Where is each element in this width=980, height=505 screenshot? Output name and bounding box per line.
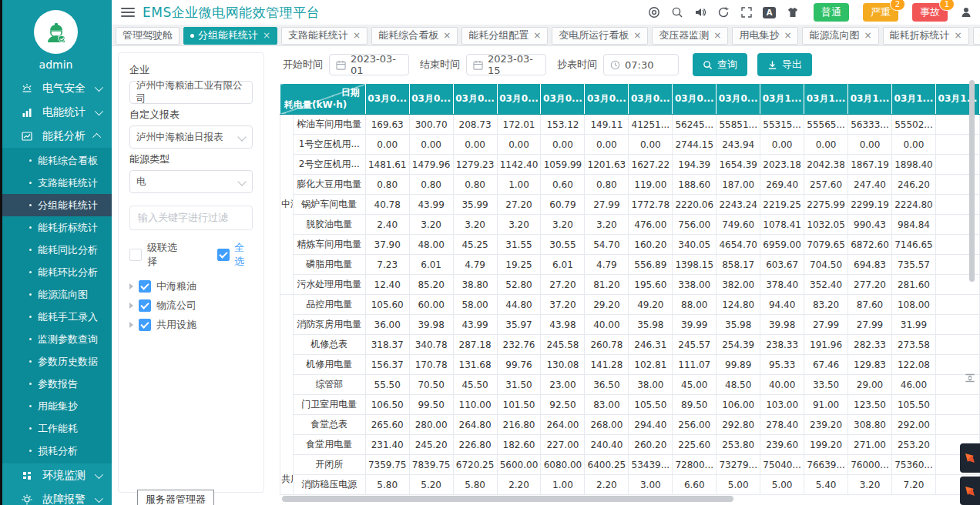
bullet-icon <box>29 249 32 251</box>
close-icon[interactable]: × <box>353 30 361 41</box>
theme-icon[interactable] <box>786 6 799 19</box>
close-icon[interactable]: × <box>633 30 641 41</box>
sidebar-item[interactable]: 环境监测 <box>0 463 112 487</box>
cascade-label: 级联选择 <box>147 241 186 269</box>
close-icon[interactable]: × <box>864 30 871 41</box>
select-all[interactable]: 全选 <box>217 241 253 269</box>
horizontal-scrollbar[interactable] <box>282 496 733 502</box>
sidebar-item[interactable]: 故障报警 <box>0 487 112 505</box>
avatar[interactable] <box>34 10 78 54</box>
tree-node[interactable]: 物流公司 <box>129 296 253 315</box>
value-cell: 2023.18 <box>760 155 804 175</box>
tab[interactable]: 分组能耗统计× <box>183 27 277 45</box>
refresh-icon[interactable] <box>717 6 730 19</box>
meter-time-input[interactable]: 07:30 <box>603 54 679 75</box>
tree-node-checkbox[interactable] <box>139 319 151 331</box>
sidebar-item[interactable]: 能耗分析 <box>0 124 112 148</box>
tab[interactable]: 变电所运行看板× <box>552 27 648 45</box>
caret-right-icon[interactable] <box>129 322 133 328</box>
tab[interactable]: 参数报告× <box>973 27 980 45</box>
value-cell: 38.00 <box>629 375 673 395</box>
value-cell: 3.20 <box>497 215 541 235</box>
tab[interactable]: 变压器监测× <box>652 27 728 45</box>
status-badge[interactable]: 事故1 <box>912 3 948 22</box>
value-cell: 36.50 <box>585 375 629 395</box>
volume-icon[interactable] <box>693 6 706 19</box>
close-icon[interactable]: × <box>713 30 721 41</box>
bullet-icon <box>29 159 32 162</box>
sidebar-subitem[interactable]: 能耗手工录入 <box>0 306 112 328</box>
value-cell: 5.80 <box>365 475 409 495</box>
tab[interactable]: 能耗分组配置× <box>461 27 548 45</box>
sidebar-subitem[interactable]: 能耗环比分析 <box>0 261 112 283</box>
sidebar-subitem[interactable]: 能耗同比分析 <box>0 239 112 261</box>
value-cell: 256.00 <box>673 415 717 435</box>
table-row: 锅炉车间电量40.7843.9935.9927.2060.7927.991772… <box>280 195 980 215</box>
cascade-checkbox[interactable] <box>129 249 142 261</box>
close-icon[interactable]: × <box>533 30 541 41</box>
enterprise-input[interactable]: 泸州中海粮油工业有限公司 <box>129 81 253 104</box>
tab[interactable]: 能耗折标统计× <box>883 27 969 45</box>
tab[interactable]: 用电集抄× <box>732 27 798 45</box>
value-cell: 749.60 <box>717 215 760 235</box>
sidebar-item[interactable]: 电气安全 <box>0 76 112 100</box>
close-icon[interactable]: × <box>263 30 270 41</box>
sidebar-subitem[interactable]: 损耗分析 <box>0 440 112 462</box>
tab[interactable]: 管理驾驶舱 <box>116 27 180 45</box>
caret-right-icon[interactable] <box>129 303 133 309</box>
value-cell: 153.12 <box>541 115 585 135</box>
tree-node-checkbox[interactable] <box>139 280 151 293</box>
sidebar-subitem[interactable]: 支路能耗统计 <box>0 172 112 194</box>
sidebar-subitem[interactable]: 用能集抄 <box>0 395 112 417</box>
start-date-input[interactable]: 2023-03-01 <box>329 54 409 75</box>
sidebar-subitem[interactable]: 能耗折标统计 <box>0 216 112 239</box>
query-button[interactable]: 查询 <box>693 53 747 76</box>
search-icon[interactable] <box>670 6 683 19</box>
value-cell: 27.20 <box>497 195 541 215</box>
close-icon[interactable]: × <box>443 30 451 41</box>
energy-type-select[interactable]: 电 <box>129 170 253 193</box>
server-manager-window[interactable]: 服务器管理器 <box>137 490 214 505</box>
value-cell: 694.83 <box>848 255 892 275</box>
close-icon[interactable]: × <box>955 30 962 41</box>
calendar-icon <box>336 60 346 70</box>
floating-action-button[interactable] <box>960 477 980 505</box>
user-icon[interactable] <box>959 6 972 19</box>
close-icon[interactable]: × <box>784 30 791 41</box>
meter-time-label: 抄表时间 <box>557 58 597 72</box>
select-all-checkbox[interactable] <box>217 249 230 261</box>
menu-toggle-icon[interactable] <box>121 8 135 17</box>
floating-action-button[interactable] <box>960 443 980 473</box>
sidebar-subitem[interactable]: 能源流向图 <box>0 283 112 306</box>
end-date-input[interactable]: 2023-03-15 <box>466 54 546 75</box>
tab[interactable]: 支路能耗统计× <box>281 27 368 45</box>
vertical-scrollbar[interactable] <box>969 80 975 282</box>
record-icon[interactable] <box>647 6 660 19</box>
resize-handle-icon[interactable] <box>963 371 977 385</box>
sidebar-subitem[interactable]: 参数报告 <box>0 373 112 395</box>
tree-node[interactable]: 中海粮油 <box>129 276 253 296</box>
caret-right-icon[interactable] <box>129 283 133 289</box>
sidebar-subitem[interactable]: 分组能耗统计 <box>0 194 112 216</box>
status-badge[interactable]: 普通 <box>814 3 849 22</box>
value-cell: 6.01 <box>409 255 453 275</box>
value-cell: 0.00 <box>453 135 497 155</box>
sidebar-subitem-label: 能耗手工录入 <box>38 310 98 324</box>
sidebar-subitem[interactable]: 工作能耗 <box>0 417 112 440</box>
sidebar-subitem[interactable]: 监测参数查询 <box>0 328 112 350</box>
sidebar-subitem[interactable]: 能耗综合看板 <box>0 149 112 172</box>
date-column-header: 03月1... <box>760 84 804 115</box>
sidebar-item[interactable]: 电能统计 <box>0 100 112 124</box>
export-button[interactable]: 导出 <box>757 53 812 76</box>
keyword-filter-input[interactable]: 输入关键字进行过滤 <box>129 206 253 230</box>
font-size-icon[interactable]: A <box>763 7 776 18</box>
row-label: 1号空压机用... <box>293 135 365 155</box>
tree-node-checkbox[interactable] <box>139 299 151 312</box>
fullscreen-icon[interactable] <box>740 6 753 19</box>
tree-node[interactable]: 共用设施 <box>129 315 253 334</box>
report-select[interactable]: 泸州中海粮油日报表 <box>129 125 253 149</box>
sidebar-subitem[interactable]: 参数历史数据 <box>0 350 112 373</box>
tab[interactable]: 能耗综合看板× <box>371 27 458 45</box>
status-badge[interactable]: 严重2 <box>863 3 898 22</box>
tab[interactable]: 能源流向图× <box>802 27 878 45</box>
